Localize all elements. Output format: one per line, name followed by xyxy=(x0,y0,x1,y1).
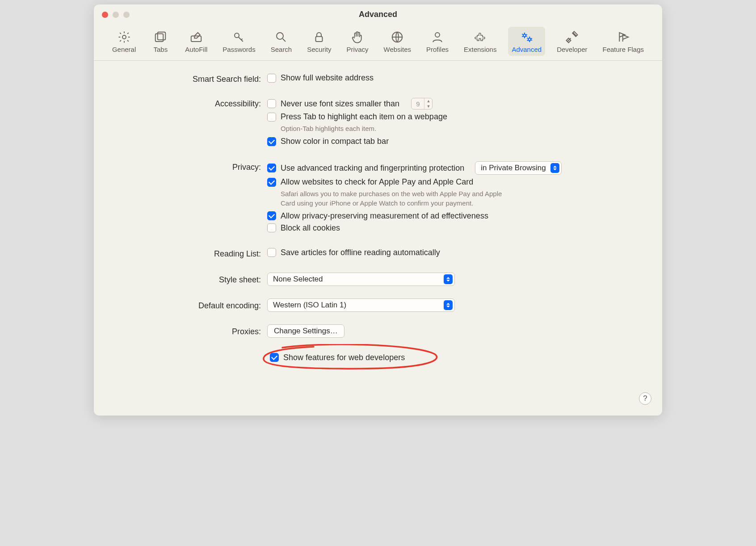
save-offline-label: Save articles for offline reading automa… xyxy=(281,248,440,257)
tab-security[interactable]: Security xyxy=(303,27,335,56)
svg-rect-3 xyxy=(191,36,202,42)
encoding-label: Default encoding: xyxy=(112,298,267,311)
profile-icon xyxy=(430,30,445,44)
updown-icon xyxy=(550,163,559,173)
show-full-url-label: Show full website address xyxy=(281,73,374,83)
block-cookies-label: Block all cookies xyxy=(281,223,340,233)
change-settings-label: Change Settings… xyxy=(274,327,338,336)
dev-features-row: Show features for web developers xyxy=(267,350,416,365)
content-area: Smart Search field: Show full website ad… xyxy=(94,61,662,416)
privacy-label: Privacy: xyxy=(112,161,267,172)
block-cookies-checkbox[interactable] xyxy=(267,223,276,232)
save-offline-checkbox[interactable] xyxy=(267,248,276,257)
dev-features-checkbox[interactable] xyxy=(270,353,279,362)
tab-advanced[interactable]: Advanced xyxy=(508,27,545,56)
show-full-url-checkbox[interactable] xyxy=(267,74,276,83)
reading-list-label: Reading List: xyxy=(112,248,267,259)
preferences-toolbar: General Tabs AutoFill Passwords Search S… xyxy=(94,24,662,61)
svg-point-9 xyxy=(523,34,526,37)
svg-point-10 xyxy=(528,38,531,41)
tracking-checkbox[interactable] xyxy=(267,164,276,172)
proxies-label: Proxies: xyxy=(112,324,267,336)
minimize-window-button[interactable] xyxy=(113,12,119,18)
maximize-window-button[interactable] xyxy=(123,12,130,18)
color-compact-checkbox[interactable] xyxy=(267,137,276,146)
window-title: Advanced xyxy=(94,10,662,19)
press-tab-label: Press Tab to highlight each item on a we… xyxy=(281,112,447,122)
stylesheet-select[interactable]: None Selected xyxy=(267,273,455,286)
updown-icon xyxy=(444,274,453,284)
tab-search[interactable]: Search xyxy=(267,27,296,56)
tabs-icon xyxy=(153,30,168,44)
ad-measure-label: Allow privacy-preserving measurement of … xyxy=(281,211,488,221)
gears-icon xyxy=(519,30,534,44)
tab-label: Websites xyxy=(384,46,411,53)
stylesheet-label: Style sheet: xyxy=(112,273,267,285)
svg-rect-6 xyxy=(316,37,323,42)
updown-icon xyxy=(444,300,453,310)
ad-measure-checkbox[interactable] xyxy=(267,211,276,220)
applepay-label: Allow websites to check for Apple Pay an… xyxy=(281,177,473,187)
close-window-button[interactable] xyxy=(102,12,108,18)
encoding-value: Western (ISO Latin 1) xyxy=(273,301,346,310)
help-button[interactable]: ? xyxy=(639,392,651,405)
min-font-label: Never use font sizes smaller than xyxy=(281,99,399,109)
accessibility-label: Accessibility: xyxy=(112,98,267,109)
window-controls xyxy=(102,12,130,18)
tools-icon xyxy=(564,30,580,44)
tab-privacy[interactable]: Privacy xyxy=(343,27,372,56)
press-tab-checkbox[interactable] xyxy=(267,113,276,122)
tab-label: Profiles xyxy=(426,46,449,53)
pencil-box-icon xyxy=(189,30,204,44)
min-font-stepper[interactable]: 9 ▲▼ xyxy=(411,98,433,109)
svg-point-0 xyxy=(122,35,126,39)
min-font-value: 9 xyxy=(412,100,424,108)
hand-icon xyxy=(350,30,365,44)
tab-label: Feature Flags xyxy=(603,46,644,53)
change-settings-button[interactable]: Change Settings… xyxy=(267,324,344,338)
tab-general[interactable]: General xyxy=(109,27,139,56)
tab-developer[interactable]: Developer xyxy=(553,27,591,56)
svg-point-5 xyxy=(277,33,283,39)
svg-rect-1 xyxy=(155,34,164,42)
tab-label: General xyxy=(112,46,136,53)
chevron-down-icon[interactable]: ▼ xyxy=(424,104,432,109)
svg-point-4 xyxy=(235,33,239,38)
tab-autofill[interactable]: AutoFill xyxy=(181,27,211,56)
press-tab-hint: Option-Tab highlights each item. xyxy=(281,124,513,133)
tab-label: Search xyxy=(271,46,292,53)
encoding-select[interactable]: Western (ISO Latin 1) xyxy=(267,298,455,312)
tab-label: AutoFill xyxy=(185,46,207,53)
tab-label: Security xyxy=(307,46,331,53)
applepay-checkbox[interactable] xyxy=(267,178,276,187)
stylesheet-value: None Selected xyxy=(273,275,323,284)
min-font-checkbox[interactable] xyxy=(267,99,276,108)
tab-label: Developer xyxy=(557,46,587,53)
tab-label: Extensions xyxy=(464,46,496,53)
puzzle-icon xyxy=(473,30,488,44)
tracking-scope-select[interactable]: in Private Browsing xyxy=(475,161,562,175)
help-icon: ? xyxy=(643,394,647,403)
chevron-up-icon[interactable]: ▲ xyxy=(424,98,432,104)
tab-extensions[interactable]: Extensions xyxy=(460,27,500,56)
preferences-window: Advanced General Tabs AutoFill Passwords… xyxy=(94,4,662,416)
tab-label: Privacy xyxy=(346,46,368,53)
gear-icon xyxy=(117,30,132,44)
tab-label: Tabs xyxy=(153,46,168,53)
search-icon xyxy=(273,30,289,44)
tab-tabs[interactable]: Tabs xyxy=(147,27,173,56)
tracking-label: Use advanced tracking and fingerprinting… xyxy=(281,164,464,173)
globe-icon xyxy=(390,30,405,44)
tab-feature-flags[interactable]: Feature Flags xyxy=(599,27,648,56)
tab-passwords[interactable]: Passwords xyxy=(219,27,259,56)
key-icon xyxy=(231,30,247,44)
tab-label: Advanced xyxy=(512,46,542,53)
svg-point-8 xyxy=(435,33,440,37)
tab-websites[interactable]: Websites xyxy=(380,27,415,56)
tracking-scope-value: in Private Browsing xyxy=(481,164,546,172)
lock-icon xyxy=(311,30,327,44)
tab-profiles[interactable]: Profiles xyxy=(423,27,452,56)
smart-search-label: Smart Search field: xyxy=(112,73,267,84)
titlebar: Advanced xyxy=(94,4,662,24)
tab-label: Passwords xyxy=(223,46,255,53)
